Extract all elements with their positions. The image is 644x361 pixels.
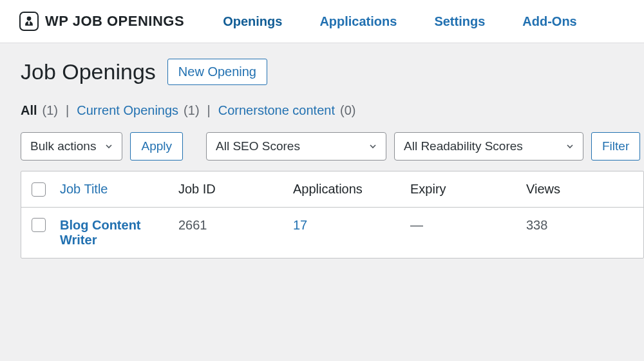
page-header: Job Openings New Opening xyxy=(21,59,644,85)
col-expiry: Expiry xyxy=(410,182,446,196)
filter-cornerstone-count: (0) xyxy=(340,103,355,118)
seo-scores-select[interactable]: All SEO Scores xyxy=(206,132,386,161)
table-header-row: Job Title Job ID Applications Expiry Vie… xyxy=(21,171,643,208)
new-opening-button[interactable]: New Opening xyxy=(167,59,267,85)
main-nav: Openings Applications Settings Add-Ons xyxy=(223,14,577,29)
filter-separator: | xyxy=(205,103,213,118)
filter-button[interactable]: Filter xyxy=(591,132,640,161)
top-header: WP JOB OPENINGS Openings Applications Se… xyxy=(0,0,644,43)
main-content: Job Openings New Opening All (1) | Curre… xyxy=(0,43,644,259)
row-title-link[interactable]: Blog Content Writer xyxy=(60,218,141,247)
brand-logo: WP JOB OPENINGS xyxy=(19,12,184,31)
filter-current-label[interactable]: Current Openings xyxy=(77,103,178,118)
svg-point-0 xyxy=(27,17,32,21)
status-filters: All (1) | Current Openings (1) | Corners… xyxy=(21,103,644,118)
readability-scores-label: All Readability Scores xyxy=(404,139,523,153)
page-title: Job Openings xyxy=(21,59,156,84)
col-applications: Applications xyxy=(293,182,363,196)
bulk-actions-label: Bulk actions xyxy=(30,139,96,153)
filter-all-label[interactable]: All xyxy=(21,103,37,118)
row-views: 338 xyxy=(526,218,547,232)
filter-separator: | xyxy=(63,103,71,118)
row-applications-link[interactable]: 17 xyxy=(293,218,307,232)
filter-current-count: (1) xyxy=(184,103,199,118)
jobs-table: Job Title Job ID Applications Expiry Vie… xyxy=(21,171,644,259)
controls-row: Bulk actions Apply All SEO Scores All Re… xyxy=(21,132,644,161)
row-job-id: 2661 xyxy=(178,218,207,232)
filter-all-count: (1) xyxy=(43,103,58,118)
svg-rect-1 xyxy=(28,21,30,24)
nav-applications[interactable]: Applications xyxy=(319,14,397,29)
brand-icon xyxy=(19,12,39,31)
brand-text: WP JOB OPENINGS xyxy=(45,13,184,30)
row-checkbox[interactable] xyxy=(32,218,46,232)
chevron-down-icon xyxy=(565,141,575,151)
chevron-down-icon xyxy=(104,141,114,151)
col-job-id: Job ID xyxy=(178,182,216,196)
row-expiry: — xyxy=(410,218,423,232)
apply-button[interactable]: Apply xyxy=(130,132,183,161)
table-row: Blog Content Writer 2661 17 — 338 xyxy=(21,208,643,258)
nav-openings[interactable]: Openings xyxy=(223,14,282,29)
bulk-actions-select[interactable]: Bulk actions xyxy=(21,132,122,161)
chevron-down-icon xyxy=(368,141,378,151)
readability-scores-select[interactable]: All Readability Scores xyxy=(394,132,583,161)
select-all-checkbox[interactable] xyxy=(32,182,46,197)
nav-addons[interactable]: Add-Ons xyxy=(522,14,576,29)
seo-scores-label: All SEO Scores xyxy=(216,139,300,153)
col-views: Views xyxy=(526,182,560,196)
col-job-title[interactable]: Job Title xyxy=(60,182,108,196)
nav-settings[interactable]: Settings xyxy=(434,14,485,29)
filter-cornerstone-label[interactable]: Cornerstone content xyxy=(218,103,335,118)
